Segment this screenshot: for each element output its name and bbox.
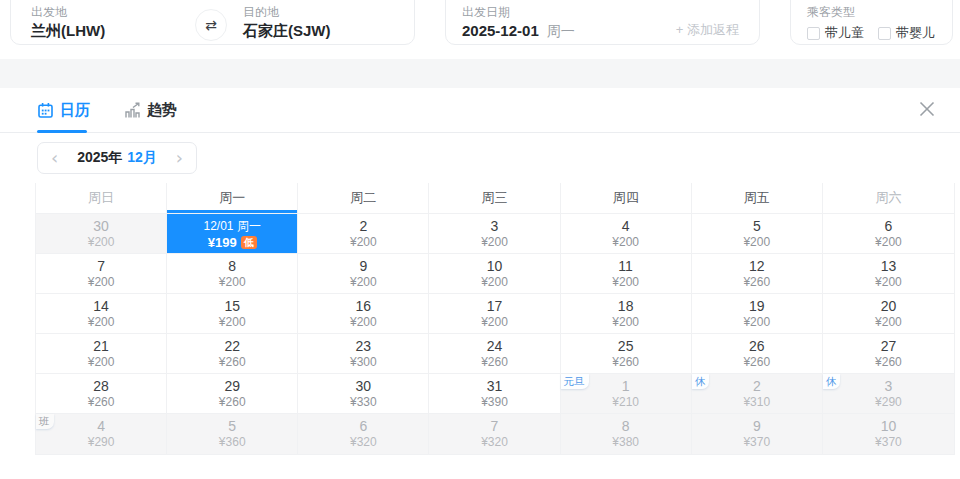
cell-price: ¥260 xyxy=(743,356,770,369)
calendar-cell[interactable]: 10¥200 xyxy=(429,254,560,294)
cell-price: ¥300 xyxy=(350,356,377,369)
cell-price: ¥370 xyxy=(743,436,770,449)
cell-price: ¥260 xyxy=(743,276,770,289)
calendar-cell[interactable]: 元旦1¥210 xyxy=(561,374,692,414)
calendar-cell[interactable]: 29¥260 xyxy=(167,374,298,414)
calendar-cell[interactable]: 6¥200 xyxy=(823,214,954,254)
calendar-cell[interactable]: 9¥200 xyxy=(298,254,429,294)
calendar-cell[interactable]: 15¥200 xyxy=(167,294,298,334)
destination-label: 目的地 xyxy=(243,5,331,19)
weekday-header: 周五 xyxy=(692,183,823,214)
prev-month-button[interactable]: ‹ xyxy=(51,149,58,167)
calendar-cell[interactable]: 8¥200 xyxy=(167,254,298,294)
calendar-cell[interactable]: 2¥200 xyxy=(298,214,429,254)
next-month-button[interactable]: › xyxy=(176,149,183,167)
cell-date: 25 xyxy=(618,339,634,354)
calendar-cell[interactable]: 27¥260 xyxy=(823,334,954,374)
cell-price: ¥200 xyxy=(743,316,770,329)
cell-price: ¥320 xyxy=(350,436,377,449)
low-price-tag: 低 xyxy=(241,236,257,249)
cell-date: 1 xyxy=(622,379,630,394)
calendar-cell[interactable]: 4¥200 xyxy=(561,214,692,254)
calendar-cell[interactable]: 19¥200 xyxy=(692,294,823,334)
swap-arrows-icon[interactable]: ⇄ xyxy=(195,9,227,41)
cell-date: 29 xyxy=(224,379,240,394)
calendar-cell[interactable]: 22¥260 xyxy=(167,334,298,374)
calendar-cell[interactable]: 23¥300 xyxy=(298,334,429,374)
calendar-cell[interactable]: 11¥200 xyxy=(561,254,692,294)
close-icon[interactable] xyxy=(916,98,938,120)
with-infants-checkbox[interactable]: 带婴儿 xyxy=(878,24,935,42)
cell-price: ¥200 xyxy=(350,236,377,249)
cell-date: 14 xyxy=(93,299,109,314)
calendar-cell[interactable]: 13¥200 xyxy=(823,254,954,294)
cell-date: 16 xyxy=(356,299,372,314)
cell-price: ¥260 xyxy=(875,356,902,369)
cell-date: 24 xyxy=(487,339,503,354)
calendar-cell[interactable]: 9¥370 xyxy=(692,414,823,454)
calendar-cell[interactable]: 12¥260 xyxy=(692,254,823,294)
with-children-label: 带儿童 xyxy=(825,24,864,42)
cell-price: ¥200 xyxy=(612,316,639,329)
departure-field[interactable]: 出发地 兰州(LHW) xyxy=(31,5,105,41)
weekday-header: 周一 xyxy=(167,183,298,214)
calendar-cell[interactable]: 7¥200 xyxy=(36,254,167,294)
year-label: 2025年 xyxy=(77,149,122,165)
calendar-cell[interactable]: 休3¥290 xyxy=(823,374,954,414)
calendar-cell[interactable]: 24¥260 xyxy=(429,334,560,374)
cell-date: 7 xyxy=(97,259,105,274)
calendar-cell[interactable]: 26¥260 xyxy=(692,334,823,374)
calendar-cell[interactable]: 5¥360 xyxy=(167,414,298,454)
cell-date: 30 xyxy=(93,219,109,234)
calendar-cell[interactable]: 7¥320 xyxy=(429,414,560,454)
calendar-cell[interactable]: 8¥380 xyxy=(561,414,692,454)
cell-price: ¥200 xyxy=(350,276,377,289)
tab-calendar-label: 日历 xyxy=(60,101,90,120)
cell-date: 15 xyxy=(224,299,240,314)
depart-date-field[interactable]: 出发日期 2025-12-01 周一 xyxy=(462,5,575,41)
cell-date: 8 xyxy=(228,259,236,274)
cell-date: 19 xyxy=(749,299,765,314)
calendar-cell[interactable]: 休2¥310 xyxy=(692,374,823,414)
calendar-cell[interactable]: 31¥390 xyxy=(429,374,560,414)
calendar-cell[interactable]: 18¥200 xyxy=(561,294,692,334)
cell-price: ¥290 xyxy=(88,436,115,449)
calendar-cell[interactable]: 20¥200 xyxy=(823,294,954,334)
calendar-cell[interactable]: 6¥320 xyxy=(298,414,429,454)
cell-price: ¥330 xyxy=(350,396,377,409)
tab-trend[interactable]: 趋势 xyxy=(124,101,177,120)
add-return-button[interactable]: + 添加返程 xyxy=(676,21,739,39)
calendar-cell[interactable]: 17¥200 xyxy=(429,294,560,334)
tab-calendar[interactable]: 日历 xyxy=(37,101,90,120)
calendar-cell-selected[interactable]: 12/01 周一¥199低 xyxy=(167,214,298,254)
with-children-checkbox[interactable]: 带儿童 xyxy=(807,24,864,42)
cell-date: 18 xyxy=(618,299,634,314)
checkbox-icon xyxy=(878,27,891,40)
month-navigator: ‹ 2025年12月 › xyxy=(37,142,197,174)
calendar-cell[interactable]: 3¥200 xyxy=(429,214,560,254)
cell-price: ¥260 xyxy=(88,396,115,409)
calendar-week-row: 21¥20022¥26023¥30024¥26025¥26026¥26027¥2… xyxy=(36,334,954,374)
calendar-week-row: 30¥20012/01 周一¥199低2¥2003¥2004¥2005¥2006… xyxy=(36,214,954,254)
calendar-cell[interactable]: 30¥200 xyxy=(36,214,167,254)
selected-column-underline xyxy=(167,210,297,213)
calendar-cell[interactable]: 5¥200 xyxy=(692,214,823,254)
cell-price: ¥200 xyxy=(481,236,508,249)
calendar-cell[interactable]: 21¥200 xyxy=(36,334,167,374)
cell-date: 10 xyxy=(881,419,897,434)
passenger-card: 乘客类型 带儿童 带婴儿 xyxy=(790,0,953,45)
cell-price: ¥320 xyxy=(481,436,508,449)
calendar-cell[interactable]: 16¥200 xyxy=(298,294,429,334)
cell-date: 5 xyxy=(753,219,761,234)
destination-field[interactable]: 目的地 石家庄(SJW) xyxy=(243,5,331,41)
calendar-week-row: 14¥20015¥20016¥20017¥20018¥20019¥20020¥2… xyxy=(36,294,954,334)
calendar-cell[interactable]: 14¥200 xyxy=(36,294,167,334)
calendar-cell[interactable]: 班4¥290 xyxy=(36,414,167,454)
cell-price: ¥260 xyxy=(219,396,246,409)
calendar-cell[interactable]: 28¥260 xyxy=(36,374,167,414)
calendar-cell[interactable]: 30¥330 xyxy=(298,374,429,414)
calendar-cell[interactable]: 10¥370 xyxy=(823,414,954,454)
calendar-week-row: 7¥2008¥2009¥20010¥20011¥20012¥26013¥200 xyxy=(36,254,954,294)
calendar-cell[interactable]: 25¥260 xyxy=(561,334,692,374)
cell-date: 27 xyxy=(881,339,897,354)
